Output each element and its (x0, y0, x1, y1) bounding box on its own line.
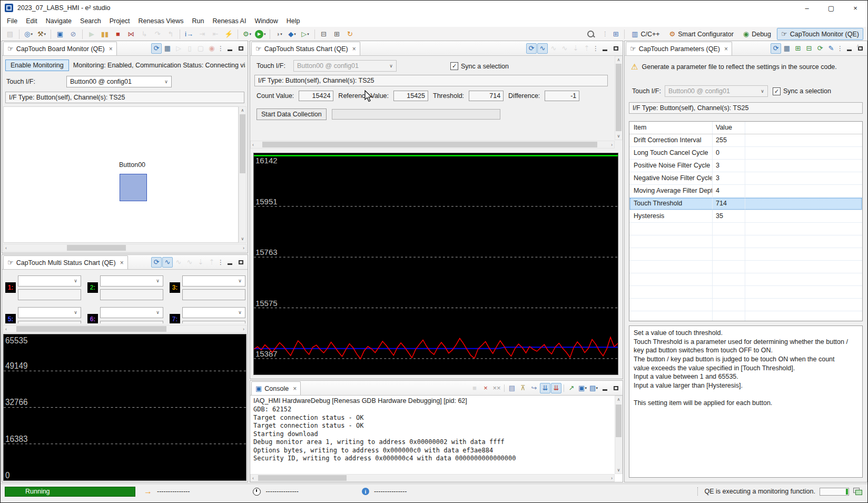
stdout-activate-icon[interactable]: ⇊ (540, 383, 550, 393)
sync-with-monitor-icon[interactable]: ⟳ (771, 43, 781, 54)
scrollbar-thumb[interactable] (616, 64, 622, 131)
touch-if-select[interactable]: Button00 @ config01 ∨ (66, 76, 172, 87)
view-menu-icon[interactable]: ⋮ (593, 45, 599, 52)
open-console-icon[interactable]: ▤▾ (588, 383, 599, 393)
parameter-row-empty[interactable] (629, 299, 862, 311)
save-icon[interactable]: ▤ (4, 28, 16, 40)
menu-edit[interactable]: Edit (22, 16, 42, 26)
coverage-icon[interactable]: ◑▾ (273, 28, 285, 40)
scrollbar-thumb[interactable] (240, 114, 245, 173)
menu-file[interactable]: File (3, 16, 22, 26)
target-config-icon[interactable]: ◎▾ (23, 28, 34, 40)
search-icon[interactable] (587, 31, 595, 38)
tab-multi-status-chart[interactable]: ☞ CapTouch Multi Status Chart (QE) × (3, 255, 128, 269)
slot-channel-select[interactable]: ∨ (18, 275, 81, 287)
scrollbar-thumb[interactable] (262, 142, 597, 147)
parameter-row-empty[interactable] (629, 311, 862, 321)
debug-icon[interactable]: ⚙▾ (241, 28, 253, 40)
parameter-row-long-touch-cancel-cycle[interactable]: Long Touch Cancel Cycle0 (629, 147, 862, 160)
resume-icon[interactable]: ▶ (86, 28, 97, 40)
parameter-row-moving-average-filter-depth[interactable]: Moving Average Filter Depth4 (629, 185, 862, 198)
remove-all-launches-icon[interactable]: ×× (491, 383, 502, 393)
slot-channel-select[interactable]: ∨ (182, 307, 245, 318)
scroll-lock-icon[interactable]: ⊼ (518, 383, 528, 393)
parameter-row-positive-noise-filter-cycle[interactable]: Positive Noise Filter Cycle3 (629, 160, 862, 172)
cpp-perspective[interactable]: ▥C/C++ (628, 28, 663, 40)
background-jobs-icon[interactable] (853, 488, 862, 495)
run-icon[interactable]: ▶▾ (254, 28, 267, 40)
menu-renesas-ai[interactable]: Renesas AI (208, 16, 250, 26)
zoom-out-chart-icon[interactable]: ∿ (173, 257, 184, 268)
menu-window[interactable]: Window (250, 16, 282, 26)
slot-channel-select[interactable]: ∨ (100, 275, 163, 287)
maximize-window-icon[interactable]: ▢ (819, 1, 843, 15)
parameter-row-hysteresis[interactable]: Hysteresis35 (629, 210, 862, 223)
parameter-row-drift-correction-interval[interactable]: Drift Correction Interval255 (629, 134, 862, 147)
breakpoint-types-icon[interactable]: ⚡ (223, 28, 234, 40)
sync-with-monitor-icon[interactable]: ⟳ (151, 43, 162, 54)
close-tab-icon[interactable]: × (724, 45, 728, 53)
split-editor-icon[interactable]: ⊟ (318, 28, 330, 40)
view-menu-icon[interactable]: ⋮ (837, 45, 843, 52)
smart-configurator-perspective[interactable]: ⚙Smart Configurator (666, 28, 737, 40)
maximize-view-icon[interactable] (610, 383, 621, 393)
touch-if-select[interactable]: Button00 @ config01 ∨ (293, 60, 397, 72)
close-tab-icon[interactable]: × (293, 385, 297, 392)
scrollbar-thumb[interactable] (616, 405, 622, 437)
remove-launch-icon[interactable]: × (480, 383, 491, 393)
menu-project[interactable]: Project (105, 16, 134, 26)
tab-status-chart[interactable]: ☞ CapTouch Status Chart (QE) × (251, 42, 360, 55)
parameter-row-touch-threshold[interactable]: Touch Threshold714 (629, 198, 862, 210)
view-menu-icon[interactable]: ⋮ (218, 259, 224, 266)
tab-parameters[interactable]: ☞ CapTouch Parameters (QE) × (626, 42, 732, 55)
load-chart-icon[interactable]: ⇡ (206, 257, 217, 268)
sync-chart-icon[interactable]: ∿ (162, 257, 173, 268)
step-return-icon[interactable]: ↰ (165, 28, 176, 40)
instruction-stepping-icon[interactable]: i→ (183, 28, 195, 40)
tab-board-monitor[interactable]: ☞ CapTouch Board Monitor (QE) × (3, 42, 117, 55)
stop-monitor-icon[interactable]: ▢ (195, 43, 206, 54)
suspend-icon[interactable]: ▮▮ (99, 28, 111, 40)
open-perspective-icon[interactable]: ⊞ (610, 28, 622, 40)
console-horizontal-scrollbar[interactable]: ‹ › (250, 474, 615, 482)
stderr-activate-icon[interactable]: ⇊ (551, 383, 561, 393)
zoom-in-chart-icon[interactable]: ∿ (184, 257, 195, 268)
parameter-row-empty[interactable] (629, 286, 862, 299)
touch-if-select[interactable]: Button00 @ config01 ∨ (665, 85, 768, 97)
parameter-row-empty[interactable] (629, 261, 862, 273)
board-vertical-scrollbar[interactable]: ∧ ∨ (239, 106, 246, 243)
save-chart-icon[interactable]: ⇣ (195, 257, 206, 268)
parameter-row-negative-noise-filter-cycle[interactable]: Negative Noise Filter Cycle3 (629, 172, 862, 185)
zoom-in-chart-icon[interactable]: ∿ (559, 43, 570, 54)
parameter-row-empty[interactable] (629, 273, 862, 286)
parameter-row-empty[interactable] (629, 235, 862, 248)
generate-parameter-file-icon[interactable]: ✎ (826, 43, 836, 54)
pin-console-icon[interactable]: ↗ (566, 383, 577, 393)
slot-channel-select[interactable]: ∨ (100, 307, 163, 318)
start-data-collection-button[interactable]: Start Data Collection (257, 109, 327, 120)
sync-selection-checkbox[interactable]: ✓ (450, 62, 458, 70)
debug-perspective[interactable]: ◉Debug (739, 28, 775, 40)
scrollbar-thumb[interactable] (258, 475, 347, 481)
sync-with-monitor-icon[interactable]: ⟳ (151, 257, 162, 268)
load-chart-icon[interactable]: ⇡ (581, 43, 592, 54)
external-tools-icon[interactable]: ▷▾ (300, 28, 311, 40)
word-wrap-icon[interactable]: ↪ (529, 383, 539, 393)
sync-with-monitor-icon[interactable]: ⟳ (526, 43, 537, 54)
menu-help[interactable]: Help (282, 16, 304, 26)
sync-chart-icon[interactable]: ∿ (537, 43, 548, 54)
board-image-icon[interactable]: ▦ (782, 43, 792, 54)
terminate-icon[interactable]: ■ (469, 383, 480, 393)
profile-icon[interactable]: ◆▾ (287, 28, 298, 40)
board-image-icon[interactable]: ▦ (162, 43, 173, 54)
sync-selection-checkbox[interactable]: ✓ (773, 87, 781, 95)
record-monitor-icon[interactable]: ◉ (206, 43, 217, 54)
minimize-view-icon[interactable] (224, 43, 235, 54)
tab-console[interactable]: ▣ Console × (251, 381, 301, 395)
console-vertical-scrollbar[interactable]: ∧ ∨ (615, 396, 623, 474)
open-element-icon[interactable]: ⊞ (331, 28, 343, 40)
minimize-view-icon[interactable] (599, 383, 610, 393)
import-parameters-icon[interactable]: ⊞ (793, 43, 803, 54)
slot-channel-select[interactable]: ∨ (182, 275, 245, 287)
menu-renesas-views[interactable]: Renesas Views (134, 16, 188, 26)
